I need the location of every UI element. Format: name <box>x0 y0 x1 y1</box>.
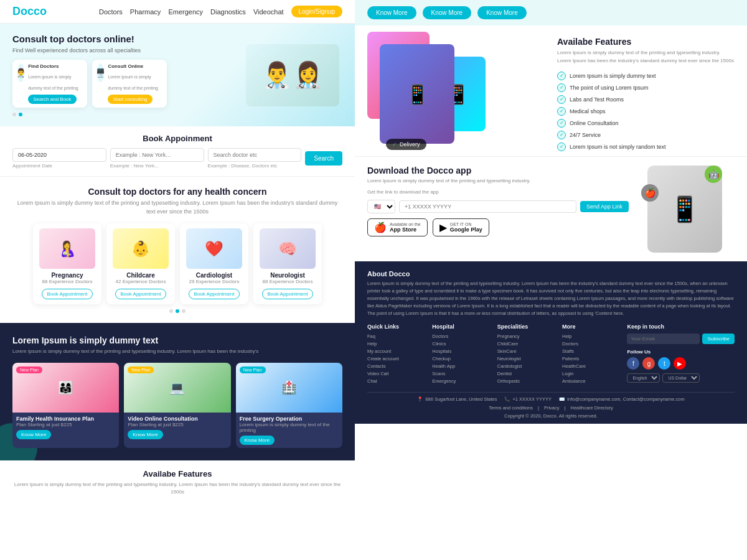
footer-link-more-help[interactable]: Help <box>562 334 621 339</box>
download-title: Download the Docco app <box>367 166 629 175</box>
footer-link-staffs[interactable]: Staffs <box>562 348 621 354</box>
nav-doctors[interactable]: Doctors <box>99 8 123 16</box>
app-store-button[interactable]: 🍎 Available on the App Store <box>367 218 428 236</box>
nav-pharmacy[interactable]: Pharmacy <box>130 8 161 16</box>
cardio-count: 29 Experience Doctors <box>185 279 243 284</box>
footer-keep-in-touch-title: Keep in touch <box>627 324 735 330</box>
footer-link-help[interactable]: Help <box>367 341 426 347</box>
find-doctors-title: Find Doctors <box>28 63 82 70</box>
send-app-link-button[interactable]: Send App Link <box>580 201 629 212</box>
specialty-dots <box>12 309 342 313</box>
neuro-appt-button[interactable]: Book Appointment <box>262 289 314 299</box>
footer-link-checkup[interactable]: Checkup <box>432 356 491 362</box>
know-more-2[interactable]: Know More <box>423 6 472 19</box>
cardio-appt-button[interactable]: Book Appointment <box>189 289 240 299</box>
footer-link-dentist[interactable]: Dentist <box>497 371 556 376</box>
sp-dot-3[interactable] <box>182 309 186 313</box>
date-input[interactable] <box>12 148 106 162</box>
avail-features-title: Availabe Features <box>12 469 342 478</box>
footer-link-healthapp[interactable]: Health App <box>432 363 491 369</box>
start-consulting-button[interactable]: Start consulting <box>108 95 152 104</box>
terms-link[interactable]: Terms and conditions <box>489 405 533 411</box>
footer-col-hospital: Hospital Doctors Clinics Hospitals Check… <box>432 324 491 386</box>
phone-number-input[interactable] <box>399 200 576 213</box>
sp-dot-1[interactable] <box>169 309 173 313</box>
plan-surgery: New Plan 🏥 Free Surgery Operation Lorem … <box>236 363 342 448</box>
nav-emergency[interactable]: Emergency <box>168 8 203 16</box>
language-select[interactable]: English <box>627 373 660 383</box>
footer-link-childcare[interactable]: ChildCare <box>497 341 556 347</box>
footer-link-orthopedic[interactable]: Orthopedic <box>497 378 556 384</box>
search-doctor-input[interactable] <box>208 148 302 162</box>
footer-link-scans[interactable]: Scans <box>432 371 491 376</box>
know-more-3[interactable]: Know More <box>477 6 527 19</box>
google-play-button[interactable]: ▶ GET IT ON Google Play <box>433 218 489 236</box>
feature-item-3: ✓ Labs and Test Rooms <box>557 95 735 104</box>
pregnancy-appt-button[interactable]: Book Appointment <box>42 289 93 299</box>
app-store-name: App Store <box>390 226 421 233</box>
nav-diagnostics[interactable]: Diagnostics <box>210 8 246 16</box>
consult-online-title: Consult Online <box>108 63 162 70</box>
feature-item-4: ✓ Medical shops <box>557 107 735 116</box>
footer-link-hospitals[interactable]: Hospitals <box>432 348 491 354</box>
footer-link-skincare[interactable]: SkinCare <box>497 348 556 354</box>
search-input-wrap: Example : Disease, Doctors etc <box>208 148 302 169</box>
feature-item-1: ✓ Lorem Ipsum is simply dummy text <box>557 72 735 80</box>
download-desc: Lorem Ipsum is simply dummy text of the … <box>367 177 629 185</box>
footer-col-specialities: Specialities Pregnancy ChildCare SkinCar… <box>497 324 556 386</box>
footer-link-clinics[interactable]: Clinics <box>432 341 491 347</box>
footer-link-doctors[interactable]: Doctors <box>432 334 491 339</box>
social-icons: f g t ▶ <box>627 357 735 370</box>
login-button[interactable]: Login/Signup <box>291 6 342 17</box>
footer-link-cardiologist[interactable]: Cardiologist <box>497 363 556 369</box>
email-text: Info@companyname.com, Contact@companynam… <box>567 396 685 402</box>
google-icon[interactable]: g <box>642 357 655 370</box>
plan-family-know-button[interactable]: Know More <box>16 430 51 439</box>
privacy-link[interactable]: Privacy <box>544 405 560 411</box>
footer-link-neurologist[interactable]: Neurologist <box>497 356 556 362</box>
footer-more-title: More <box>562 324 621 330</box>
facebook-icon[interactable]: f <box>627 357 639 370</box>
language-row: English US Dollar <box>627 373 735 383</box>
search-book-button[interactable]: Search and Book <box>28 95 76 104</box>
plan-family-badge: New Plan <box>16 366 42 373</box>
nav-videochat[interactable]: Videochat <box>253 8 284 16</box>
plan-video-know-button[interactable]: Know More <box>128 430 162 439</box>
footer-link-patients[interactable]: Patients <box>562 356 621 362</box>
plan-surgery-know-button[interactable]: Know More <box>240 436 275 445</box>
search-button[interactable]: Search <box>305 151 342 166</box>
currency-select[interactable]: US Dollar <box>662 373 700 383</box>
footer-email-input[interactable] <box>627 334 700 344</box>
healthcare-dir-link[interactable]: Healthcare Directory <box>571 405 613 411</box>
footer-link-ambulance[interactable]: Ambulance <box>562 378 621 384</box>
dark-section: Lorem Ipsum is simply dummy text Lorem I… <box>0 323 355 460</box>
neuro-count: 88 Experience Doctors <box>258 279 317 284</box>
nav: Doctors Pharmacy Emergency Diagnostics V… <box>99 6 342 17</box>
footer-link-faq[interactable]: Faq <box>367 334 426 339</box>
footer-link-videocall[interactable]: Video Call <box>367 371 426 376</box>
search-label: Example : Disease, Doctors etc <box>208 163 302 169</box>
apple-store-icon: 🍎 <box>374 222 387 233</box>
footer-link-myaccount[interactable]: My account <box>367 348 426 354</box>
footer-link-create[interactable]: Create account <box>367 356 426 362</box>
childcare-appt-button[interactable]: Book Appointment <box>115 289 167 299</box>
feature-check-icon-7: ✓ <box>557 142 566 151</box>
youtube-icon[interactable]: ▶ <box>674 357 686 370</box>
know-more-1[interactable]: Know More <box>367 6 416 19</box>
footer-link-emergency[interactable]: Emergency <box>432 378 491 384</box>
location-input[interactable] <box>110 148 204 162</box>
feature-item-7: ✓ Lorem Ipsum is not simply random text <box>557 142 735 151</box>
dot-2[interactable] <box>19 113 22 116</box>
twitter-icon[interactable]: t <box>658 357 670 370</box>
subscribe-button[interactable]: Subscribe <box>702 334 735 344</box>
footer-link-login[interactable]: Login <box>562 371 621 376</box>
sp-dot-2[interactable] <box>176 309 179 313</box>
footer-link-more-doctors[interactable]: Doctors <box>562 341 621 347</box>
footer-link-healthcare[interactable]: HealthCare <box>562 363 621 369</box>
footer-link-pregnancy[interactable]: Pregnancy <box>497 334 556 339</box>
flag-select[interactable]: 🇺🇸 <box>367 200 395 213</box>
follow-us-label: Follow Us <box>627 349 735 355</box>
footer-link-chat[interactable]: Chat <box>367 378 426 384</box>
footer-link-contacts[interactable]: Contacts <box>367 363 426 369</box>
footer-col-keep-in-touch: Keep in touch Subscribe Follow Us f g t … <box>627 324 735 386</box>
